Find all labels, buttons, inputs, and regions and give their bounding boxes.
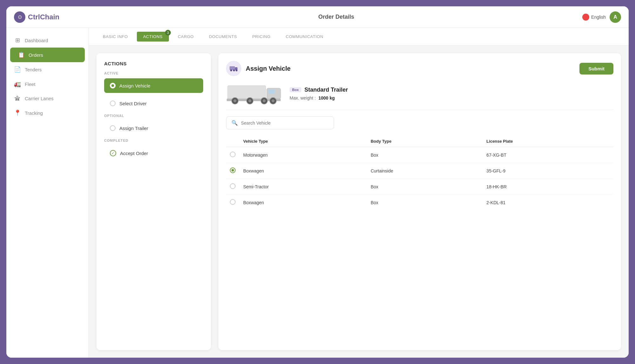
table-header-row: Vehicle Type Body Type License Plate [226,136,613,147]
vehicle-radio-3[interactable] [230,183,236,189]
carrier-lanes-icon: 🛣 [14,95,21,102]
search-box[interactable]: 🔍 [226,116,334,129]
sidebar-item-dashboard[interactable]: ⊞ Dashboard [6,33,89,48]
assign-vehicle-radio [110,83,116,88]
assign-vehicle-label: Assign Vehicle [119,83,150,88]
tab-communication[interactable]: COMMUNICATION [279,32,330,42]
optional-section-label: OPTIONAL [104,114,203,118]
vehicle-name: Standard Trailer [304,87,348,93]
lang-label: English [591,15,606,20]
svg-point-10 [233,99,237,102]
row-body-type: Box [367,147,483,163]
svg-point-3 [233,69,235,71]
tab-cargo[interactable]: CARGO [171,32,200,42]
sidebar-item-fleet[interactable]: 🚛 Fleet [6,77,89,91]
row-radio-cell[interactable] [226,195,239,211]
tab-basic-info-label: BASIC INFO [103,34,128,39]
vehicle-radio-1[interactable] [230,152,236,157]
action-item-assign-vehicle[interactable]: Assign Vehicle [104,78,203,93]
select-driver-label: Select Driver [119,101,147,106]
row-license-plate: 18-HK-BR [483,179,613,195]
top-bar: ⊙ CtrlChain Order Details English A [6,6,629,28]
sidebar-item-dashboard-label: Dashboard [25,38,48,43]
assign-vehicle-header: Assign Vehicle Submit [226,61,613,76]
vehicle-radio-4[interactable] [230,199,236,205]
action-item-select-driver[interactable]: Select Driver [104,96,203,111]
tab-basic-info[interactable]: BASIC INFO [97,32,134,42]
tab-pricing-label: PRICING [252,34,271,39]
table-row[interactable]: Boxwagen Curtainside 35-GFL-9 [226,163,613,179]
sidebar-item-orders[interactable]: 📋 Orders [10,48,85,62]
row-radio-cell[interactable] [226,147,239,163]
tab-actions-label: ACTIONS [143,34,163,39]
user-avatar[interactable]: A [610,11,621,23]
sidebar-item-carrier-lanes[interactable]: 🛣 Carrier Lanes [6,91,89,106]
actions-panel-title: ACTIONS [104,61,203,66]
table-row[interactable]: Boxwagen Box 2-KDL-81 [226,195,613,211]
col-vehicle-type: Vehicle Type [239,136,367,147]
assign-trailer-label: Assign Trailer [119,126,148,131]
tracking-icon: 📍 [14,109,21,116]
vehicles-table: Vehicle Type Body Type License Plate Mot… [226,136,613,210]
col-body-type: Body Type [367,136,483,147]
search-vehicle-input[interactable] [241,120,329,126]
table-row[interactable]: Semi-Tractor Box 18-HK-BR [226,179,613,195]
row-vehicle-type: Semi-Tractor [239,179,367,195]
svg-point-16 [271,99,275,102]
row-radio-cell[interactable] [226,163,239,179]
logo-area: ⊙ CtrlChain [14,11,90,23]
row-license-plate: 2-KDL-81 [483,195,613,211]
table-row[interactable]: Motorwagen Box 67-XG-BT [226,147,613,163]
lang-flag-icon [582,14,589,21]
logo-text: CtrlChain [28,13,59,21]
row-license-plate: 35-GFL-9 [483,163,613,179]
dashboard-icon: ⊞ [14,37,21,44]
page-title: Order Details [95,14,577,20]
svg-rect-7 [268,89,275,94]
vehicle-radio-2[interactable] [230,167,236,173]
sidebar: ⊞ Dashboard 📋 Orders 📄 Tenders 🚛 Fleet 🛣… [6,28,89,358]
row-body-type: Box [367,195,483,211]
tab-communication-label: COMMUNICATION [286,34,323,39]
row-license-plate: 67-XG-BT [483,147,613,163]
assign-vehicle-panel: Assign Vehicle Submit [218,53,621,350]
sidebar-item-tenders[interactable]: 📄 Tenders [6,62,89,77]
fleet-icon: 🚛 [14,81,21,88]
tab-actions-badge: 3 [165,30,171,36]
submit-button[interactable]: Submit [579,63,613,75]
app-container: ⊙ CtrlChain Order Details English A ⊞ Da… [6,6,629,358]
svg-point-14 [263,99,266,102]
vehicle-weight-value: 1000 kg [318,95,335,101]
vehicle-info: Box Standard Trailer Max. weight : 1000 … [290,87,613,101]
svg-rect-5 [228,86,266,99]
vehicle-weight-label: Max. weight : [290,95,316,101]
tenders-icon: 📄 [14,66,21,73]
row-vehicle-type: Motorwagen [239,147,367,163]
main-content: ACTIONS ACTIVE Assign Vehicle Select Dri… [89,46,629,358]
accept-order-label: Accept Order [120,151,148,156]
action-item-assign-trailer[interactable]: Assign Trailer [104,121,203,135]
sidebar-item-tenders-label: Tenders [25,67,42,72]
row-vehicle-type: Boxwagen [239,195,367,211]
panel-header-left: Assign Vehicle [226,61,291,76]
assign-trailer-radio [110,125,116,131]
sidebar-item-tracking[interactable]: 📍 Tracking [6,106,89,120]
lang-selector[interactable]: English [582,14,606,21]
search-icon: 🔍 [231,120,238,126]
select-driver-radio [110,101,116,106]
orders-icon: 📋 [18,51,25,58]
sidebar-item-fleet-label: Fleet [25,81,35,87]
row-radio-cell[interactable] [226,179,239,195]
top-right: English A [582,11,621,23]
tab-documents[interactable]: DOCUMENTS [203,32,243,42]
sidebar-item-tracking-label: Tracking [25,110,43,116]
tab-pricing[interactable]: PRICING [246,32,277,42]
tab-documents-label: DOCUMENTS [209,34,237,39]
svg-point-2 [230,69,232,71]
active-section-label: ACTIVE [104,71,203,75]
tab-actions[interactable]: ACTIONS 3 [137,32,169,42]
action-item-accept-order[interactable]: ✓ Accept Order [104,146,203,161]
content-area: BASIC INFO ACTIONS 3 CARGO DOCUMENTS PRI… [89,28,629,358]
svg-point-4 [236,69,237,71]
svg-point-12 [248,99,251,102]
